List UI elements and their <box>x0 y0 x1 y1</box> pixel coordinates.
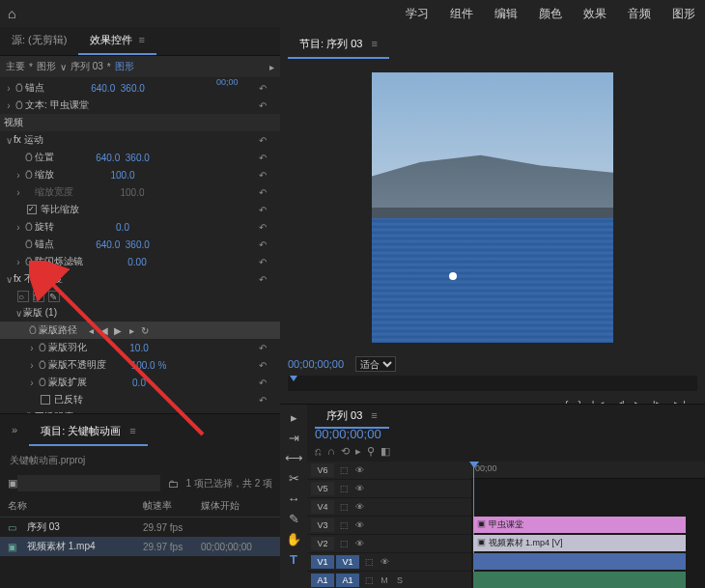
prop-anchor2[interactable]: 锚点 <box>35 238 54 251</box>
prop-scale[interactable]: 缩放 <box>35 168 54 182</box>
prop-opacity2[interactable]: 不透明度 <box>35 410 73 413</box>
uniform-scale-checkbox[interactable] <box>27 205 37 214</box>
clip-video[interactable]: ▣ 视频素材 1.mp4 [V] <box>473 535 686 551</box>
close-icon[interactable]: ≡ <box>138 34 144 45</box>
track-a1-target[interactable]: A1 <box>311 574 334 587</box>
prop-antiflicker[interactable]: 防闪烁滤镜 <box>35 255 83 268</box>
pen-tool[interactable]: ✎ <box>289 512 299 526</box>
timeline-timecode[interactable]: 00;00;00;00 <box>307 427 705 441</box>
mask-feather[interactable]: 蒙版羽化 <box>48 341 87 354</box>
zoom-select[interactable]: 适合 <box>355 356 396 372</box>
mask-invert-checkbox[interactable] <box>41 395 50 405</box>
menu-audio[interactable]: 音频 <box>628 6 651 22</box>
prop-position[interactable]: 位置 <box>35 151 54 164</box>
menu-effects[interactable]: 效果 <box>583 6 606 22</box>
track-select-tool[interactable]: ⇥ <box>289 431 299 445</box>
timeline-tab[interactable]: 序列 03 ≡ <box>315 404 389 429</box>
clip-graphic[interactable]: ▣ 甲虫课堂 <box>473 517 686 533</box>
razor-tool[interactable]: ✂ <box>289 471 299 486</box>
timeline-content[interactable]: 00;00 ▣ 甲虫课堂 ▣ 视频素材 1.mp4 [V] <box>471 462 705 588</box>
program-viewport[interactable] <box>372 72 613 343</box>
playhead-icon[interactable] <box>290 376 297 381</box>
program-tab[interactable]: 节目: 序列 03 ≡ <box>288 31 389 59</box>
prop-rotation[interactable]: 旋转 <box>35 220 54 234</box>
fx-opacity[interactable]: fx 不透明度 <box>14 272 63 286</box>
solo-icon[interactable]: S <box>392 575 408 585</box>
menu-edit[interactable]: 编辑 <box>494 6 518 22</box>
effect-controls-tab[interactable]: 效果控件≡ <box>78 27 155 55</box>
mask-opacity[interactable]: 蒙版不透明度 <box>48 358 106 372</box>
menu-color[interactable]: 颜色 <box>539 6 562 22</box>
menu-assembly[interactable]: 组件 <box>450 6 473 22</box>
slip-tool[interactable]: ↔ <box>288 491 300 506</box>
clip-audio[interactable] <box>473 572 686 588</box>
project-tab[interactable]: 项目: 关键帧动画 ≡ <box>29 418 148 446</box>
prop-anchor[interactable]: 锚点 <box>25 81 44 95</box>
sequence-icon: ▭ <box>8 522 27 533</box>
project-item[interactable]: ▭ 序列 03 29.97 fps <box>0 518 280 537</box>
col-fps[interactable]: 帧速率 <box>143 499 201 513</box>
timeline-options[interactable]: ⎌∩⟲▸⚲◧ <box>307 441 705 462</box>
source-panel-tabs: 源: (无剪辑) 效果控件≡ <box>0 27 280 56</box>
ec-breadcrumb: 主要* 图形 ∨ 序列 03* 图形 ▸ <box>0 56 280 77</box>
timeline-panel: ▸ ⇥ ⟷ ✂ ↔ ✎ ✋ T 序列 03 ≡ 00;00;00;00 ⎌∩⟲▸… <box>280 404 705 588</box>
selection-tool[interactable]: ▸ <box>291 410 297 425</box>
eye-icon[interactable]: 👁 <box>352 465 367 475</box>
hand-tool[interactable]: ✋ <box>286 532 301 546</box>
clip-v1[interactable] <box>473 553 686 570</box>
lock-icon[interactable]: ⬚ <box>336 465 352 475</box>
fx-motion[interactable]: fx 运动 <box>14 133 43 147</box>
mask-expansion[interactable]: 蒙版扩展 <box>48 376 87 389</box>
track-headers: V6⬚👁 V5⬚👁 V4⬚👁 V3⬚👁 V2⬚👁 V1V1⬚👁 A1A1⬚MS <box>307 462 471 588</box>
mask-invert-label: 已反转 <box>54 393 83 406</box>
menu-learn[interactable]: 学习 <box>406 6 429 22</box>
ec-time-start: 00;00 <box>216 77 239 87</box>
source-tab[interactable]: 源: (无剪辑) <box>0 27 78 55</box>
ripple-tool[interactable]: ⟷ <box>285 451 303 465</box>
timeline-ruler[interactable]: 00;00 <box>471 462 705 479</box>
program-monitor: 节目: 序列 03 ≡ 00;00;00;00 适合 <box>280 27 705 404</box>
keyframe-nav[interactable]: ◂◀▶▸↻ <box>85 325 151 336</box>
type-tool[interactable]: T <box>290 552 297 567</box>
media-browser-tab[interactable]: » <box>0 418 29 446</box>
home-icon[interactable]: ⌂ <box>8 6 15 21</box>
mask-group[interactable]: 蒙版 (1) <box>23 306 57 320</box>
effect-controls-panel: 主要* 图形 ∨ 序列 03* 图形 ▸ 00;00 ›Ö锚点640.0 360… <box>0 56 280 413</box>
project-panel: » 项目: 关键帧动画 ≡ 关键帧动画.prproj ▣ 🗀 1 项已选择，共 … <box>0 413 280 588</box>
prop-scale-w: 缩放宽度 <box>35 185 73 199</box>
project-search-input[interactable] <box>17 475 160 491</box>
col-name[interactable]: 名称 <box>8 499 143 513</box>
mask-shape-icons[interactable]: ○□✎ <box>17 291 60 302</box>
mask-path[interactable]: 蒙版路径 <box>39 323 77 337</box>
bin-icon[interactable]: 🗀 <box>168 478 179 490</box>
project-item[interactable]: ▣ 视频素材 1.mp4 29.97 fps 00;00;00;00 <box>0 537 280 556</box>
program-scrubber[interactable] <box>288 376 697 391</box>
menu-graphics[interactable]: 图形 <box>672 6 695 22</box>
track-v1-target[interactable]: V1 <box>311 555 334 569</box>
program-timecode[interactable]: 00;00;00;00 <box>288 358 344 370</box>
prop-text[interactable]: 文本: 甲虫课堂 <box>25 98 89 112</box>
project-columns: 名称 帧速率 媒体开始 <box>0 495 280 518</box>
project-info: 1 项已选择，共 2 项 <box>186 477 272 490</box>
mute-icon[interactable]: M <box>377 575 392 585</box>
project-breadcrumb: 关键帧动画.prproj <box>0 450 280 471</box>
uniform-scale-label: 等比缩放 <box>41 203 79 216</box>
video-icon: ▣ <box>8 542 27 552</box>
tools-palette: ▸ ⇥ ⟷ ✂ ↔ ✎ ✋ T <box>280 405 307 588</box>
top-menu: 学习 组件 编辑 颜色 效果 音频 图形 <box>406 6 695 22</box>
col-start[interactable]: 媒体开始 <box>201 499 272 513</box>
video-section[interactable]: 视频 <box>4 116 23 129</box>
filter-icon[interactable]: ▣ <box>8 477 17 490</box>
